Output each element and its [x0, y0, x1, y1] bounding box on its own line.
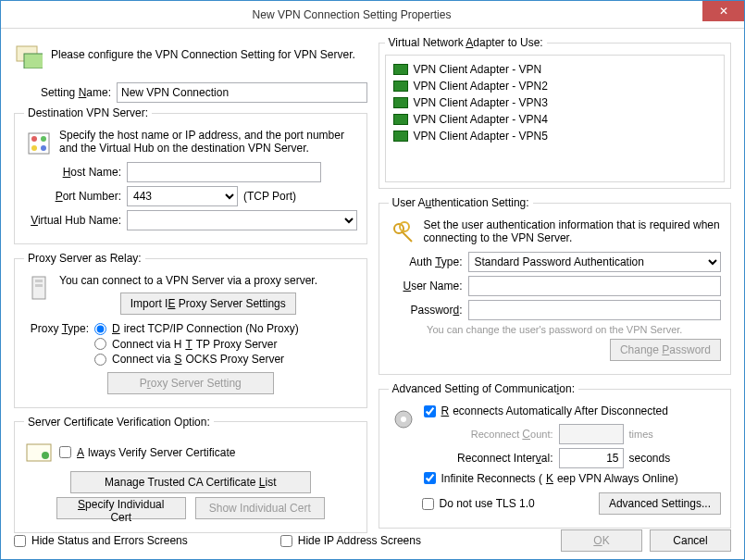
hide-status-checkbox[interactable]: Hide Status and Errors Screens: [14, 534, 188, 547]
advanced-settings-button[interactable]: Advanced Settings...: [599, 492, 721, 515]
proxy-type-label: Proxy Type:: [24, 322, 89, 335]
auth-type-select[interactable]: Standard Password Authentication: [468, 252, 722, 272]
list-item[interactable]: VPN Client Adapter - VPN4: [393, 111, 717, 128]
adapter-icon: [393, 131, 408, 142]
destination-group: Destination VPN Server: Specify the host…: [14, 106, 367, 244]
host-label: Host Name:: [24, 166, 121, 179]
hub-label: Virtual Hub Name:: [24, 214, 121, 227]
auth-note: You can change the user's password on th…: [427, 324, 682, 335]
proxy-hint: You can connect to a VPN Server via a pr…: [59, 274, 357, 287]
proxy-setting-button[interactable]: Proxy Server Setting: [107, 372, 274, 394]
manage-ca-button[interactable]: Manage Trusted CA Certificate List: [70, 471, 311, 493]
gear-icon: [389, 404, 418, 434]
user-label: User Name:: [389, 280, 463, 292]
change-password-button[interactable]: Change Password: [610, 339, 721, 361]
auth-type-label: Auth Type:: [389, 255, 463, 268]
list-item[interactable]: VPN Client Adapter - VPN2: [393, 78, 717, 94]
keys-icon: [389, 218, 418, 248]
always-verify-checkbox[interactable]: Always Verify Server Certificate: [59, 446, 235, 459]
port-select[interactable]: 443: [127, 186, 238, 206]
app-icon: [14, 40, 43, 69]
proxy-http-radio[interactable]: Connect via HTTP Proxy Server: [94, 338, 278, 351]
count-suffix: times: [629, 429, 653, 440]
window-title: New VPN Connection Setting Properties: [1, 8, 702, 21]
hide-ip-checkbox[interactable]: Hide IP Address Screens: [280, 534, 421, 547]
auth-hint: Set the user authentication information …: [424, 218, 722, 244]
host-input[interactable]: [127, 162, 321, 182]
proxy-socks-radio[interactable]: Connect via SOCKS Proxy Server: [94, 353, 284, 366]
setting-name-input[interactable]: [117, 82, 367, 103]
adapter-legend: Virtual Network Adapter to Use:: [385, 36, 547, 49]
svg-point-11: [42, 452, 49, 459]
adapter-group: Virtual Network Adapter to Use: VPN Clie…: [379, 36, 732, 189]
cert-legend: Server Certificate Verification Option:: [24, 416, 214, 429]
proxy-legend: Proxy Server as Relay:: [24, 252, 145, 265]
adapter-icon: [393, 114, 408, 125]
interval-input[interactable]: [559, 448, 624, 468]
cert-group: Server Certificate Verification Option: …: [14, 416, 367, 533]
svg-line-13: [402, 231, 412, 242]
advanced-legend: Advanced Setting of Communication:: [389, 382, 578, 395]
adapter-icon: [393, 97, 408, 108]
user-input[interactable]: [468, 276, 722, 296]
svg-point-3: [31, 136, 37, 142]
specify-cert-button[interactable]: Specify Individual Cert: [56, 497, 186, 519]
auth-group: User Authentication Setting: Set the use…: [379, 196, 732, 375]
reconnect-auto-checkbox[interactable]: Reconnects Automatically After Disconnec…: [424, 404, 668, 417]
proxy-direct-radio[interactable]: Direct TCP/IP Connection (No Proxy): [94, 322, 299, 335]
svg-point-6: [41, 145, 46, 151]
ok-button[interactable]: OK: [561, 529, 642, 552]
server-icon: [24, 129, 54, 158]
interval-label: Reconnect Interval:: [424, 452, 553, 465]
svg-rect-9: [35, 284, 43, 287]
svg-rect-1: [24, 54, 43, 68]
pass-input[interactable]: [468, 300, 722, 320]
list-item[interactable]: VPN Client Adapter - VPN5: [393, 128, 717, 144]
list-item[interactable]: VPN Client Adapter - VPN: [393, 61, 717, 78]
count-label: Reconnect Count:: [424, 428, 553, 441]
infinite-checkbox[interactable]: Infinite Reconnects (Keep VPN Always Onl…: [424, 472, 678, 485]
svg-point-4: [41, 136, 46, 142]
adapter-icon: [393, 64, 408, 75]
auth-legend: User Authentication Setting:: [389, 196, 533, 209]
svg-rect-8: [35, 280, 43, 282]
cancel-button[interactable]: Cancel: [650, 529, 731, 552]
svg-rect-2: [29, 133, 49, 154]
count-input[interactable]: [559, 424, 624, 444]
svg-point-14: [400, 222, 409, 231]
destination-hint: Specify the host name or IP address, and…: [59, 129, 357, 155]
interval-suffix: seconds: [629, 452, 671, 465]
advanced-group: Advanced Setting of Communication: Recon…: [379, 382, 732, 529]
list-item[interactable]: VPN Client Adapter - VPN3: [393, 94, 717, 111]
hub-select[interactable]: [127, 210, 357, 230]
port-suffix: (TCP Port): [243, 190, 296, 203]
destination-legend: Destination VPN Server:: [24, 106, 152, 119]
close-icon: ✕: [719, 5, 728, 18]
intro-text: Please configure the VPN Connection Sett…: [51, 48, 355, 61]
adapter-listbox[interactable]: VPN Client Adapter - VPN VPN Client Adap…: [385, 55, 726, 182]
show-cert-button[interactable]: Show Individual Cert: [195, 497, 325, 519]
close-button[interactable]: ✕: [702, 1, 744, 21]
proxy-icon: [24, 274, 54, 304]
adapter-icon: [393, 81, 408, 92]
cert-icon: [24, 438, 54, 467]
proxy-group: Proxy Server as Relay: You can connect t…: [14, 252, 367, 408]
svg-point-5: [31, 145, 37, 151]
no-tls-checkbox[interactable]: Do not use TLS 1.0: [422, 497, 535, 510]
setting-name-label: Setting Name:: [14, 86, 111, 99]
svg-point-16: [401, 417, 406, 422]
import-ie-button[interactable]: Import IE Proxy Server Settings: [120, 292, 296, 315]
port-label: Port Number:: [24, 190, 121, 203]
pass-label: Password:: [389, 304, 463, 317]
